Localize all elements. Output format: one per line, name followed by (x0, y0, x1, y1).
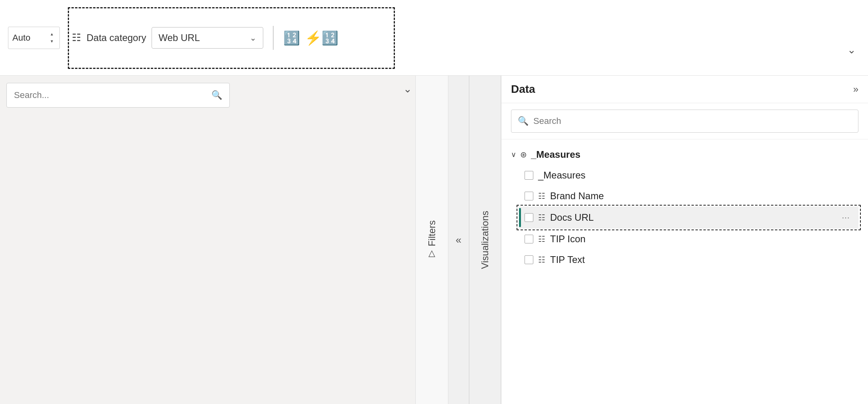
collapse-left-icon: « (456, 234, 461, 246)
filters-vertical-label: ▽ Filters (426, 220, 438, 259)
toolbar-divider (273, 26, 274, 50)
data-category-select[interactable]: Web URL ⌄ (152, 27, 263, 49)
tree-item-docs-url[interactable]: ☷ Docs URL ⋯ (519, 206, 858, 229)
left-panel: 🔍 ⌄ ▽ Filters (0, 76, 448, 404)
item-brandname-label: Brand Name (550, 190, 853, 202)
filters-sidebar: ▽ Filters (415, 76, 448, 404)
filters-dropdown-chevron-icon[interactable]: ⌄ (403, 83, 412, 95)
filter-icon: ▽ (427, 249, 437, 259)
data-panel-title: Data (511, 83, 853, 96)
main-area: 🔍 ⌄ ▽ Filters « Visualizations Data » (0, 76, 868, 404)
data-category-area: ☷ Data category Web URL ⌄ (72, 27, 263, 49)
auto-spinner[interactable]: Auto ▲ ▼ (8, 27, 60, 49)
item-docsurl-more-button[interactable]: ⋯ (838, 211, 853, 224)
toolbar-collapse-button[interactable]: ⌄ (847, 44, 856, 56)
measures-group-label: _Measures (531, 149, 580, 160)
toolbar: Auto ▲ ▼ ☷ Data category Web URL ⌄ 🔢 ⚡🔢 … (0, 0, 868, 76)
item-tipicon-icon: ☷ (538, 234, 545, 244)
data-category-value: Web URL (158, 32, 250, 43)
item-tiptext-label: TIP Text (550, 254, 853, 265)
data-panel-header: Data » (501, 76, 868, 103)
item-docsurl-checkbox[interactable] (525, 213, 533, 222)
spinner-down-button[interactable]: ▼ (48, 38, 55, 45)
visualizations-collapse-button[interactable]: « (448, 76, 469, 404)
data-tree: ∨ ⊛ _Measures _Measures ☷ Brand Name (501, 139, 868, 275)
item-measures-checkbox[interactable] (525, 171, 533, 180)
data-search-box[interactable]: 🔍 (511, 110, 858, 133)
tree-item[interactable]: ☷ TIP Text (519, 249, 858, 270)
filters-search-box[interactable]: 🔍 (6, 83, 230, 108)
data-panel-expand-button[interactable]: » (853, 84, 858, 95)
visualizations-text: Visualizations (479, 211, 490, 269)
item-tipicon-checkbox[interactable] (525, 235, 533, 243)
item-measures-label: _Measures (538, 170, 853, 181)
visualizations-sidebar: Visualizations (469, 76, 501, 404)
data-category-chevron-icon: ⌄ (250, 33, 256, 43)
item-docsurl-icon: ☷ (538, 213, 545, 222)
data-search-input[interactable] (533, 116, 852, 126)
tree-items-list: _Measures ☷ Brand Name ☷ Docs UR (511, 165, 858, 270)
data-search-row: 🔍 (501, 103, 868, 139)
item-tipicon-label: TIP Icon (550, 233, 853, 245)
filters-label: Filters (426, 220, 438, 246)
measures-grid-icon: ⊛ (520, 150, 527, 159)
data-panel: Data » 🔍 ∨ ⊛ _Measures (501, 76, 868, 404)
measures-group: ∨ ⊛ _Measures _Measures ☷ Brand Name (501, 144, 868, 270)
data-category-label: Data category (87, 32, 146, 43)
filters-search-row: 🔍 ⌄ (0, 76, 448, 115)
calc-icons-group: 🔢 ⚡🔢 (283, 30, 338, 46)
item-brandname-icon: ☷ (538, 191, 545, 201)
calculator-lightning-icon[interactable]: ⚡🔢 (305, 30, 338, 46)
item-brandname-checkbox[interactable] (525, 192, 533, 200)
spinner-up-button[interactable]: ▲ (48, 31, 55, 37)
active-accent (519, 208, 521, 227)
auto-value: Auto (12, 33, 48, 43)
item-docsurl-label: Docs URL (550, 212, 834, 223)
data-category-icon: ☷ (72, 31, 81, 44)
filters-search-input[interactable] (14, 90, 211, 100)
tree-item[interactable]: ☷ Brand Name (519, 186, 858, 206)
calculator-icon[interactable]: 🔢 (283, 30, 300, 46)
measures-group-header[interactable]: ∨ ⊛ _Measures (511, 144, 858, 165)
visualizations-label: Visualizations (479, 211, 491, 269)
spinner-arrows[interactable]: ▲ ▼ (48, 31, 55, 45)
measures-chevron-icon: ∨ (511, 150, 516, 159)
tree-item[interactable]: ☷ TIP Icon (519, 229, 858, 249)
filters-search-icon: 🔍 (211, 90, 222, 100)
item-tiptext-checkbox[interactable] (525, 255, 533, 264)
item-tiptext-icon: ☷ (538, 255, 545, 265)
data-search-icon: 🔍 (518, 116, 529, 126)
tree-item[interactable]: _Measures (519, 165, 858, 186)
